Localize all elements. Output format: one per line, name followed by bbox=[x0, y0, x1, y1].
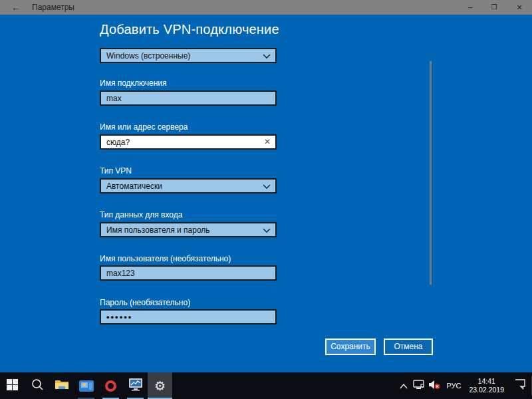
language-indicator[interactable]: РУС bbox=[442, 372, 465, 399]
opera-browser-button[interactable] bbox=[98, 372, 123, 399]
clear-input-button[interactable]: ✕ bbox=[261, 136, 273, 148]
window-title: Параметры bbox=[32, 0, 74, 15]
folder-icon bbox=[55, 378, 69, 393]
clock[interactable]: 14:41 23.02.2019 bbox=[465, 372, 508, 399]
sign-in-type-label: Тип данных для входа bbox=[100, 210, 277, 219]
cancel-button-label: Отмена bbox=[394, 342, 422, 351]
media-app-icon bbox=[79, 380, 94, 392]
password-label: Пароль (необязательно) bbox=[100, 298, 277, 307]
search-icon bbox=[31, 378, 43, 393]
chevron-up-icon bbox=[400, 380, 408, 392]
server-address-label: Имя или адрес сервера bbox=[100, 122, 277, 132]
username-input[interactable] bbox=[100, 265, 277, 281]
vpn-provider-dropdown[interactable]: Windows (встроенные) bbox=[100, 48, 277, 63]
opera-icon bbox=[105, 380, 116, 392]
vpn-type-value: Автоматически bbox=[106, 182, 162, 191]
password-input[interactable] bbox=[100, 309, 277, 325]
windows-logo-icon bbox=[7, 379, 18, 393]
action-center-button[interactable] bbox=[508, 372, 532, 399]
task-manager-button[interactable] bbox=[123, 372, 148, 399]
vpn-type-label: Тип VPN bbox=[100, 166, 277, 176]
save-button[interactable]: Сохранить bbox=[325, 338, 376, 355]
minimize-icon: – bbox=[468, 3, 473, 12]
action-center-icon bbox=[514, 379, 526, 392]
system-tray: РУС 14:41 23.02.2019 bbox=[397, 372, 532, 399]
tray-time: 14:41 bbox=[469, 377, 504, 386]
titlebar: ← Параметры – ❐ ✕ bbox=[0, 0, 532, 15]
vpn-type-dropdown[interactable]: Автоматически bbox=[100, 178, 277, 194]
username-label: Имя пользователя (необязательно) bbox=[100, 254, 277, 263]
chevron-down-icon bbox=[263, 50, 271, 62]
minimize-button[interactable]: – bbox=[460, 0, 480, 15]
tray-overflow-button[interactable] bbox=[397, 372, 410, 399]
close-button[interactable]: ✕ bbox=[509, 0, 529, 15]
volume-button[interactable] bbox=[426, 372, 442, 399]
taskbar-search-button[interactable] bbox=[25, 372, 49, 399]
file-explorer-button[interactable] bbox=[49, 372, 74, 399]
connection-name-input[interactable] bbox=[100, 90, 277, 106]
chevron-down-icon bbox=[263, 224, 271, 236]
dialog-title: Добавить VPN-подключение bbox=[100, 22, 279, 37]
tray-date: 23.02.2019 bbox=[469, 386, 504, 394]
start-button[interactable] bbox=[0, 372, 25, 399]
network-status-button[interactable] bbox=[410, 372, 426, 399]
sign-in-type-dropdown[interactable]: Имя пользователя и пароль bbox=[100, 222, 277, 237]
back-arrow-icon: ← bbox=[11, 2, 21, 13]
volume-muted-icon bbox=[428, 380, 441, 392]
settings-gear-icon: ⚙ bbox=[154, 380, 166, 392]
task-manager-icon bbox=[128, 378, 143, 394]
clear-x-icon: ✕ bbox=[264, 137, 271, 146]
server-address-input[interactable] bbox=[100, 134, 277, 150]
connection-name-label: Имя подключения bbox=[100, 78, 277, 88]
vpn-provider-value: Windows (встроенные) bbox=[106, 51, 190, 61]
chevron-down-icon bbox=[263, 180, 271, 192]
cancel-button[interactable]: Отмена bbox=[384, 338, 433, 355]
media-app-button[interactable] bbox=[74, 372, 98, 399]
vertical-scrollbar[interactable] bbox=[430, 61, 432, 285]
close-icon: ✕ bbox=[516, 3, 522, 11]
add-vpn-dialog: Добавить VPN-подключение Windows (встрое… bbox=[0, 15, 532, 372]
save-button-label: Сохранить bbox=[331, 342, 370, 351]
maximize-icon: ❐ bbox=[491, 3, 497, 11]
back-button[interactable]: ← bbox=[8, 1, 24, 14]
settings-window: ← Параметры – ❐ ✕ Добавить VPN-подключен… bbox=[0, 0, 532, 399]
sign-in-type-value: Имя пользователя и пароль bbox=[106, 225, 210, 235]
ethernet-network-icon bbox=[413, 380, 424, 392]
maximize-button[interactable]: ❐ bbox=[484, 0, 504, 15]
settings-app-button[interactable]: ⚙ bbox=[148, 372, 172, 399]
taskbar: ⚙ РУС 14:41 23.02.2019 bbox=[0, 372, 532, 399]
